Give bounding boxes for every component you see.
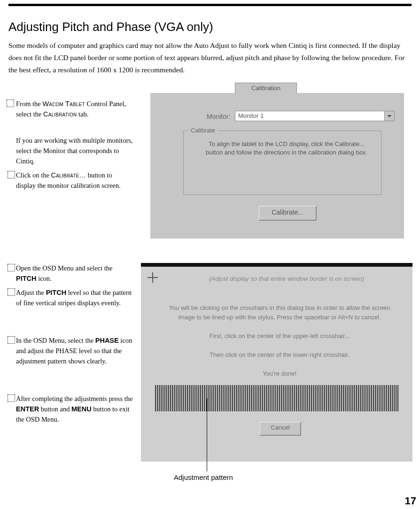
step-5-icon	[8, 336, 15, 344]
step-1-multi-monitor: If you are working with multiple monitor…	[16, 135, 133, 166]
groupbox-label: Calibrate	[188, 127, 218, 134]
step-5-text: In the OSD Menu, select the PHASE icon a…	[16, 335, 133, 366]
page-title: Adjusting Pitch and Phase (VGA only)	[8, 20, 213, 34]
intro-paragraph: Some models of computer and graphics car…	[8, 39, 411, 76]
step-4-text: Adjust the PITCH level so that the patte…	[16, 287, 133, 308]
step-2-text: Click on the Calibrate… button to displa…	[16, 170, 133, 191]
page-number: 17	[405, 495, 416, 507]
step-1-icon	[7, 100, 14, 107]
callout-label: Adjustment pattern	[174, 473, 233, 481]
step-1-text: From the Wacom Tablet Control Panel, sel…	[16, 99, 133, 119]
callout-line	[207, 398, 207, 471]
step-2-icon	[8, 171, 15, 178]
adjust-hint: (Adjust display so that entire window bo…	[169, 275, 404, 282]
crosshair-body-text: You will be clicking on the crosshairs i…	[164, 303, 395, 378]
calibration-dialog: Calibration Monitor: Monitor 1 Calibrate…	[150, 93, 404, 239]
step-3-text: Open the OSD Menu and select the PITCH i…	[16, 263, 133, 284]
step-3-icon	[8, 264, 15, 271]
adjustment-pattern	[155, 385, 398, 411]
monitor-label: Monitor:	[207, 113, 231, 120]
dropdown-arrow-icon[interactable]	[384, 111, 395, 121]
monitor-dropdown[interactable]: Monitor 1	[235, 111, 385, 121]
step-6-text: After completing the adjustments press t…	[16, 393, 133, 424]
tab-calibration[interactable]: Calibration	[235, 83, 297, 93]
cancel-button[interactable]: Cancel	[259, 422, 301, 436]
step-4-icon	[8, 288, 15, 296]
step-6-icon	[8, 394, 15, 402]
page-top-rule	[8, 4, 412, 6]
title-text: Adjusting Pitch and Phase	[8, 20, 151, 34]
calibrate-button[interactable]: Calibrate...	[258, 206, 317, 221]
groupbox-text: To align the tablet to the LCD display, …	[202, 140, 371, 157]
title-suffix: (VGA only)	[154, 20, 213, 34]
crosshair-dialog: (Adjust display so that entire window bo…	[141, 263, 412, 462]
